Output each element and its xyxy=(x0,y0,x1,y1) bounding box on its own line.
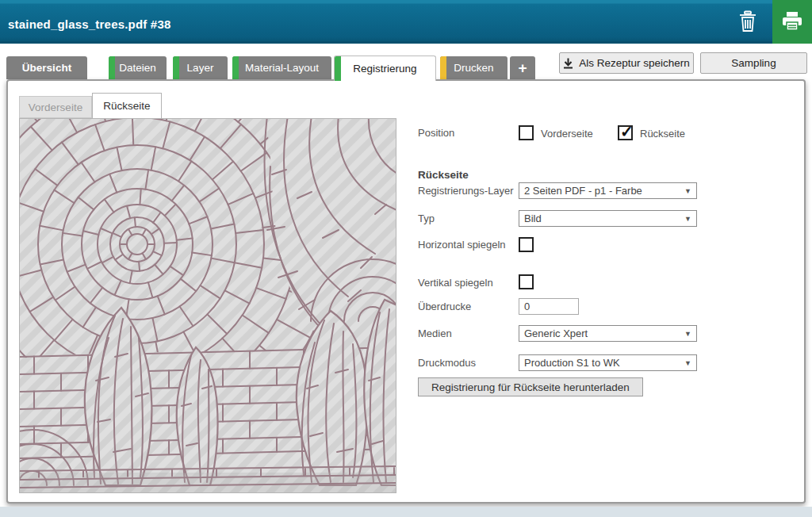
document-title: stained_glass_trees.pdf #38 xyxy=(8,17,171,31)
tab-label: Layer xyxy=(187,62,214,74)
select-value: Production S1 to WK xyxy=(524,357,620,369)
status-stripe xyxy=(173,56,179,79)
chevron-down-icon: ▼ xyxy=(684,330,691,338)
tab-label: Registrierung xyxy=(353,63,416,75)
title-bar: stained_glass_trees.pdf #38 xyxy=(0,0,812,44)
select-value: 2 Seiten PDF - p1 - Farbe xyxy=(524,185,642,197)
position-rueckseite-label: Rückseite xyxy=(640,128,685,140)
position-rueckseite-checkbox[interactable]: ✓ xyxy=(618,125,633,140)
section-heading: Rückseite xyxy=(418,169,469,181)
download-registration-button[interactable]: Registrierung für Rückseite herunterlade… xyxy=(418,377,643,396)
ueberdrucke-label: Überdrucke xyxy=(418,301,471,312)
position-vorderseite-checkbox[interactable] xyxy=(519,125,534,140)
tab-drucken[interactable]: Drucken xyxy=(440,56,508,79)
stained-glass-artwork xyxy=(20,119,396,492)
tab-layer[interactable]: Layer xyxy=(173,56,228,79)
ueberdrucke-input[interactable] xyxy=(519,298,579,315)
position-vorderseite-label: Vorderseite xyxy=(541,128,593,140)
horizontal-spiegeln-checkbox[interactable] xyxy=(519,237,534,252)
registrierungs-layer-label: Registrierungs-Layer xyxy=(418,185,514,197)
tab-uebersicht[interactable]: Übersicht xyxy=(6,56,87,79)
chevron-down-icon: ▼ xyxy=(684,215,691,223)
add-tab-button[interactable]: + xyxy=(510,56,535,79)
tab-label: Drucken xyxy=(454,62,493,74)
status-stripe xyxy=(109,56,115,79)
tab-label: Dateien xyxy=(119,62,156,74)
trash-icon xyxy=(737,10,758,33)
medien-label: Medien xyxy=(418,327,452,339)
status-stripe xyxy=(232,56,239,79)
typ-label: Typ xyxy=(418,213,435,224)
tab-material-layout[interactable]: Material-Layout xyxy=(232,56,331,79)
print-button[interactable] xyxy=(772,0,812,44)
select-value: Bild xyxy=(524,213,542,224)
druckmodus-select[interactable]: Production S1 to WK ▼ xyxy=(519,354,697,371)
plus-icon: + xyxy=(518,59,527,77)
vertikal-spiegeln-label: Vertikal spiegeln xyxy=(418,277,493,289)
tab-label: Übersicht xyxy=(22,62,71,74)
delete-button[interactable] xyxy=(736,10,760,34)
app-window: stained_glass_trees.pdf #38 xyxy=(0,0,812,517)
vertikal-spiegeln-checkbox[interactable] xyxy=(519,274,534,289)
subtab-rueckseite[interactable]: Rückseite xyxy=(92,93,162,118)
check-icon: ✓ xyxy=(620,123,634,140)
tab-label: Material-Layout xyxy=(245,62,319,74)
save-recipe-button[interactable]: Als Rezeptur speichern xyxy=(559,52,694,74)
save-recipe-label: Als Rezeptur speichern xyxy=(579,57,690,69)
subtab-label: Rückseite xyxy=(103,100,150,112)
position-label: Position xyxy=(418,127,454,139)
download-icon xyxy=(563,58,573,69)
subtab-label: Vorderseite xyxy=(29,101,82,113)
chevron-down-icon: ▼ xyxy=(684,359,691,367)
artwork-preview xyxy=(19,118,396,493)
typ-select[interactable]: Bild ▼ xyxy=(519,210,697,227)
page-bottom-strip xyxy=(0,507,812,517)
printer-icon xyxy=(780,11,804,33)
druckmodus-label: Druckmodus xyxy=(418,357,476,369)
tab-registrierung[interactable]: Registrierung xyxy=(334,56,436,81)
horizontal-spiegeln-label: Horizontal spiegeln xyxy=(418,239,507,251)
status-stripe xyxy=(440,56,446,79)
status-stripe xyxy=(335,56,341,81)
sampling-button[interactable]: Sampling xyxy=(700,52,807,74)
sampling-label: Sampling xyxy=(731,57,776,69)
subtab-vorderseite[interactable]: Vorderseite xyxy=(19,96,92,118)
registrierungs-layer-select[interactable]: 2 Seiten PDF - p1 - Farbe ▼ xyxy=(519,182,697,199)
chevron-down-icon: ▼ xyxy=(684,187,691,195)
medien-select[interactable]: Generic Xpert ▼ xyxy=(519,325,697,342)
tab-dateien[interactable]: Dateien xyxy=(109,56,167,79)
select-value: Generic Xpert xyxy=(524,327,588,339)
registration-panel: Vorderseite Rückseite Position Vordersei… xyxy=(6,79,806,504)
